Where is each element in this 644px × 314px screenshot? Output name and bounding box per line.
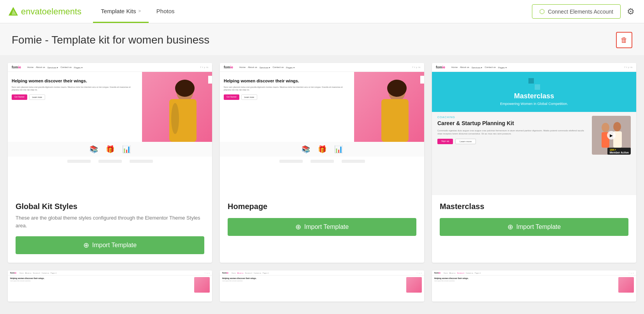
mc-coaching-label: COACHING [437, 116, 588, 119]
tab-template-kits[interactable]: Template Kits > [93, 0, 148, 23]
card-1-title: Global Kit Styles [16, 202, 204, 211]
plus-icon-3: ⊕ [507, 223, 513, 231]
svg-point-10 [602, 123, 609, 132]
card-3-title: Masterclass [440, 202, 628, 211]
envato-logo-icon [8, 6, 19, 17]
card-2-preview: fomie Home About us Services ▾ Contact u… [220, 63, 424, 195]
connect-elements-button[interactable]: ⬡ Connect Elements Account [532, 4, 621, 19]
hero-woman-svg-2 [354, 72, 420, 142]
tab-template-kits-label: Template Kits [101, 8, 136, 14]
import-template-button-3[interactable]: ⊕ Import Template [440, 218, 628, 236]
logo-text: envatoelements [21, 7, 81, 17]
logo: envatoelements [8, 6, 81, 17]
hero-woman-svg-1 [142, 72, 208, 142]
card-masterclass: fomie Home About us Services ▾ Contact u… [432, 63, 636, 263]
card-1-desc: These are the global theme styles config… [16, 214, 204, 229]
cards-area: fomie Home About us Services ▾ Contact u… [0, 55, 644, 270]
delete-button[interactable]: 🗑 [616, 32, 632, 48]
card-3-preview: fomie Home About us Services ▾ Contact u… [432, 63, 636, 195]
mini-website-2: fomie Home About us Services ▾ Contact u… [220, 63, 424, 195]
mc-banner-sub: Empowering Women in Global Competition. [438, 102, 630, 106]
svg-point-12 [613, 122, 621, 131]
mc-content-body: Commodo egestas duis augue cras augue cr… [437, 129, 588, 136]
masterclass-banner: Masterclass Empowering Women in Global C… [432, 72, 636, 112]
gear-icon: ⚙ [627, 7, 635, 16]
tab-photos-label: Photos [156, 8, 175, 14]
plus-icon-1: ⊕ [83, 241, 89, 249]
page-title-bar: Fomie - Template kit for women business … [0, 23, 644, 55]
card-2-body: Homepage ⊕ Import Template [220, 195, 424, 244]
card-homepage: fomie Home About us Services ▾ Contact u… [220, 63, 424, 263]
card-2-title: Homepage [228, 202, 416, 211]
import-template-button-2[interactable]: ⊕ Import Template [228, 218, 416, 236]
app-header: envatoelements Template Kits > Photos ⬡ … [0, 0, 644, 23]
plus-icon-2: ⊕ [295, 223, 301, 231]
main-nav: Template Kits > Photos [93, 0, 182, 23]
settings-button[interactable]: ⚙ [625, 5, 636, 18]
mc-play-icon: ▶ [607, 131, 616, 140]
mini-website-1: fomie Home About us Services ▾ Contact u… [8, 63, 212, 195]
import-label-3: Import Template [516, 223, 561, 230]
svg-point-7 [387, 80, 407, 97]
bottom-card-3: fomie Home About us Services ▾ Contact u… [432, 270, 636, 302]
page-title: Fomie - Template kit for women business [12, 34, 616, 46]
cards-grid: fomie Home About us Services ▾ Contact u… [8, 63, 636, 263]
mc-learn-btn: Learn more [455, 139, 476, 144]
import-label-1: Import Template [92, 242, 137, 249]
import-template-button-1[interactable]: ⊕ Import Template [16, 236, 204, 254]
card-global-kit-styles: fomie Home About us Services ▾ Contact u… [8, 63, 212, 263]
bottom-card-1: fomie Home About us Services ▾ Contact u… [8, 270, 212, 302]
mini-nav-1: fomie Home About us Services ▾ Contact u… [8, 63, 212, 72]
chevron-right-icon: > [138, 9, 140, 13]
card-1-body: Global Kit Styles These are the global t… [8, 195, 212, 263]
mc-image: ▶ 16K+Member Active [592, 116, 631, 155]
mc-signup-btn: Sign up [437, 139, 453, 144]
tab-photos[interactable]: Photos [149, 0, 182, 23]
mc-banner-title: Masterclass [438, 92, 630, 100]
connect-btn-label: Connect Elements Account [548, 9, 613, 15]
mc-content-title: Career & Startup Planning Kit [437, 120, 588, 127]
trash-icon: 🗑 [621, 36, 628, 44]
external-link-icon: ⬡ [539, 8, 545, 15]
card-3-body: Masterclass ⊕ Import Template [432, 195, 636, 244]
svg-point-3 [175, 80, 195, 97]
import-label-2: Import Template [304, 223, 349, 230]
svg-rect-8 [381, 99, 409, 142]
bottom-cards-row: fomie Home About us Services ▾ Contact u… [0, 270, 644, 309]
card-1-preview: fomie Home About us Services ▾ Contact u… [8, 63, 212, 195]
bottom-card-2: fomie Home About us Services ▾ Contact u… [220, 270, 424, 302]
mc-member-badge: 16K+Member Active [607, 148, 631, 155]
svg-point-5 [171, 103, 179, 134]
mini-nav-2: fomie Home About us Services ▾ Contact u… [220, 63, 424, 72]
